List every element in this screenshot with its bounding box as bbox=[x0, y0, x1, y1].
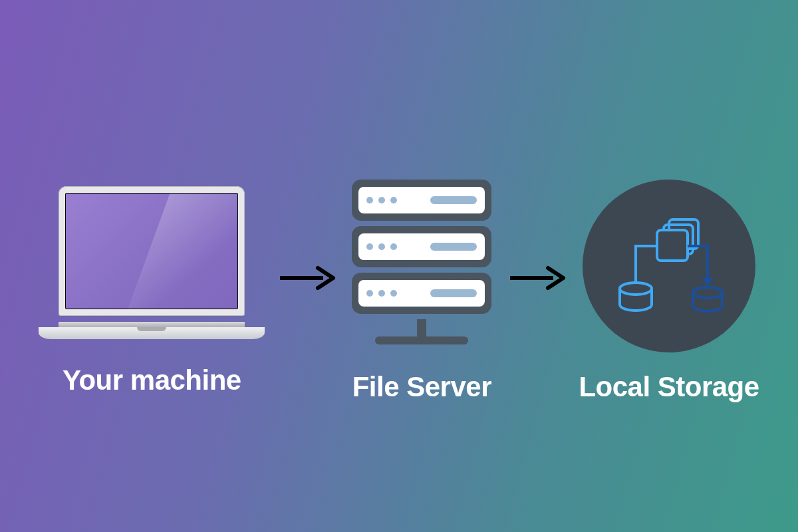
node-file-server: File Server bbox=[348, 180, 495, 403]
arrow-icon bbox=[277, 192, 336, 364]
label-file-server: File Server bbox=[352, 371, 491, 403]
svg-point-5 bbox=[620, 283, 652, 295]
svg-rect-4 bbox=[657, 230, 688, 261]
label-local-storage: Local Storage bbox=[579, 371, 759, 403]
svg-point-6 bbox=[693, 287, 722, 298]
storage-icon bbox=[583, 180, 755, 352]
node-your-machine: Your machine bbox=[39, 186, 265, 396]
label-your-machine: Your machine bbox=[63, 364, 241, 396]
arrow-icon bbox=[507, 192, 567, 364]
node-local-storage: Local Storage bbox=[579, 180, 759, 403]
laptop-icon bbox=[39, 186, 265, 346]
flow-diagram: Your machine File Server bbox=[0, 180, 798, 403]
server-rack-icon bbox=[348, 180, 495, 352]
